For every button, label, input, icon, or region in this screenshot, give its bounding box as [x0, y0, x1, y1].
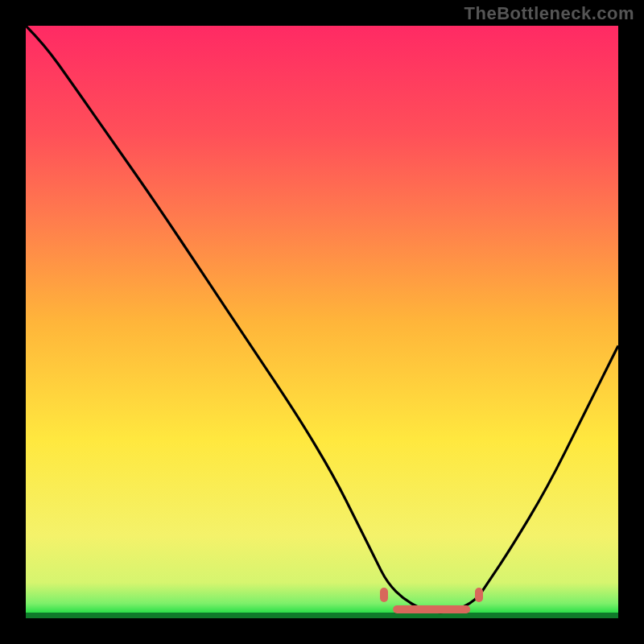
- curve-marker-right-dot: [475, 588, 483, 602]
- curve-marker-band: [393, 605, 470, 613]
- chart-frame: TheBottleneck.com: [0, 0, 644, 644]
- curve-marker-left-dot: [380, 588, 388, 602]
- watermark-text: TheBottleneck.com: [464, 3, 634, 24]
- plot-area: [26, 26, 618, 618]
- marker-layer: [26, 26, 618, 618]
